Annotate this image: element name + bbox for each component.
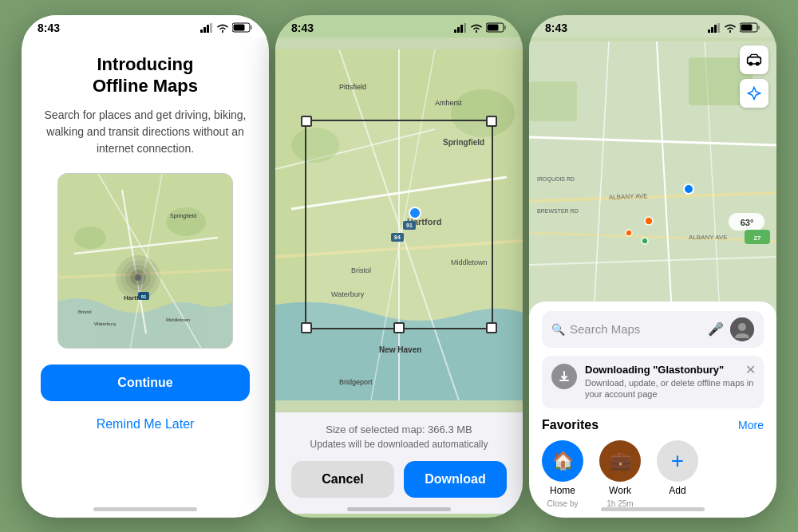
- home-label: Home: [550, 485, 575, 496]
- svg-text:Bridgeport: Bridgeport: [339, 378, 373, 386]
- svg-rect-5: [251, 26, 252, 30]
- more-link[interactable]: More: [738, 419, 764, 432]
- remind-later-button[interactable]: Remind Me Later: [90, 411, 201, 438]
- favorite-work[interactable]: 💼 Work 1h 25m: [599, 440, 641, 508]
- bottom-panel: 🔍 Search Maps 🎤: [529, 301, 776, 518]
- phone-3: 8:43: [529, 15, 776, 518]
- download-progress-icon: [551, 364, 577, 389]
- download-text: Downloading "Glastonbury" Download, upda…: [585, 364, 754, 400]
- svg-text:91: 91: [141, 294, 147, 299]
- downloading-banner: Downloading "Glastonbury" Download, upda…: [542, 356, 764, 408]
- svg-rect-60: [717, 23, 720, 33]
- status-icons-1: [200, 22, 253, 33]
- svg-point-88: [756, 61, 760, 65]
- svg-point-13: [166, 207, 206, 236]
- svg-text:Waterbury: Waterbury: [94, 321, 116, 326]
- cancel-button[interactable]: Cancel: [291, 461, 394, 498]
- svg-rect-62: [758, 26, 760, 30]
- favorite-add[interactable]: + Add: [657, 440, 698, 508]
- corner-bl: [301, 322, 312, 333]
- svg-rect-6: [234, 25, 245, 31]
- status-bar-1: 8:43: [22, 15, 269, 37]
- svg-point-74: [684, 184, 693, 194]
- map-full-2: Pittsfield Amherst Springfield Hartford …: [275, 37, 523, 412]
- continue-button[interactable]: Continue: [41, 365, 250, 401]
- svg-rect-73: [529, 81, 577, 121]
- wifi-icon-2: [470, 23, 483, 33]
- svg-rect-58: [711, 27, 713, 33]
- map-preview-1: Springfield Hartford Bristol Waterbury M…: [57, 173, 233, 349]
- add-icon: +: [657, 440, 698, 482]
- svg-point-14: [74, 227, 106, 249]
- svg-point-19: [135, 274, 141, 281]
- time-3: 8:43: [545, 22, 567, 34]
- search-bar[interactable]: 🔍 Search Maps 🎤: [542, 311, 764, 348]
- svg-rect-33: [488, 25, 499, 31]
- svg-rect-59: [714, 25, 717, 33]
- car-mode-button[interactable]: [740, 45, 768, 74]
- add-label: Add: [669, 485, 685, 496]
- svg-point-75: [645, 217, 653, 225]
- download-button[interactable]: Download: [404, 461, 507, 498]
- svg-rect-63: [741, 25, 753, 31]
- time-1: 8:43: [38, 22, 60, 34]
- home-indicator-3: [601, 507, 705, 511]
- battery-icon-3: [740, 22, 760, 33]
- favorite-home[interactable]: 🏠 Home Close by: [542, 440, 583, 508]
- svg-text:27: 27: [754, 234, 761, 242]
- offline-title: Introducing Offline Maps: [93, 53, 198, 97]
- search-input[interactable]: Search Maps: [570, 322, 708, 336]
- svg-rect-3: [210, 23, 212, 33]
- svg-text:IROQUOIS RD: IROQUOIS RD: [537, 176, 575, 183]
- phone-1: 8:43 Introducing Offline Maps Search for…: [22, 15, 269, 518]
- svg-text:Middletown: Middletown: [166, 317, 190, 322]
- svg-rect-32: [504, 26, 506, 30]
- svg-rect-28: [457, 27, 460, 33]
- home-sublabel: Close by: [547, 499, 579, 508]
- svg-point-77: [642, 238, 648, 244]
- signal-icon-1: [200, 23, 213, 33]
- phone-2: 8:43: [275, 15, 523, 518]
- svg-rect-0: [200, 30, 203, 33]
- status-bar-3: 8:43: [529, 15, 776, 37]
- user-avatar[interactable]: [730, 317, 754, 341]
- battery-icon-2: [486, 22, 507, 33]
- corner-tr: [486, 116, 497, 127]
- map-full-3: 63° ALBANY AVE ALBANY AVE IROQUOIS RD BR…: [529, 37, 776, 333]
- favorites-title: Favorites: [542, 418, 598, 432]
- favorites-row: 🏠 Home Close by 💼 Work 1h 25m + Add: [542, 440, 764, 508]
- home-icon: 🏠: [542, 440, 583, 482]
- svg-rect-57: [708, 30, 710, 33]
- wifi-icon-1: [216, 23, 229, 33]
- status-icons-3: [708, 22, 760, 33]
- selection-box: [305, 120, 493, 329]
- work-label: Work: [609, 485, 631, 496]
- corner-tl: [301, 116, 312, 127]
- offline-desc: Search for places and get driving, bikin…: [41, 107, 250, 157]
- size-text: Size of selected map: 366.3 MB: [291, 424, 507, 435]
- map-illustration-1: Springfield Hartford Bristol Waterbury M…: [58, 174, 233, 349]
- wifi-icon-3: [724, 23, 737, 33]
- corner-bm: [393, 322, 405, 333]
- location-button[interactable]: [740, 79, 768, 108]
- banner-title: Downloading "Glastonbury": [585, 364, 754, 376]
- battery-icon-1: [232, 22, 253, 33]
- svg-text:BREWSTER RD: BREWSTER RD: [537, 208, 579, 214]
- favorites-section: Favorites More 🏠 Home Close by 💼 Work 1h…: [542, 418, 764, 508]
- svg-text:ALBANY AVE: ALBANY AVE: [689, 234, 728, 241]
- corner-br: [486, 322, 497, 333]
- svg-rect-30: [464, 23, 466, 33]
- status-bar-2: 8:43: [275, 15, 523, 37]
- svg-text:63°: 63°: [741, 218, 754, 227]
- svg-rect-29: [460, 25, 463, 33]
- time-2: 8:43: [291, 22, 314, 34]
- svg-point-76: [626, 230, 632, 236]
- svg-point-90: [738, 323, 746, 331]
- work-icon: 💼: [599, 440, 641, 482]
- microphone-icon[interactable]: 🎤: [708, 321, 724, 337]
- close-banner-button[interactable]: ✕: [745, 362, 756, 377]
- favorites-header: Favorites More: [542, 418, 764, 432]
- svg-text:New Haven: New Haven: [379, 345, 421, 354]
- screen1-content: Introducing Offline Maps Search for plac…: [22, 37, 269, 508]
- search-right-icons: 🎤: [708, 317, 754, 341]
